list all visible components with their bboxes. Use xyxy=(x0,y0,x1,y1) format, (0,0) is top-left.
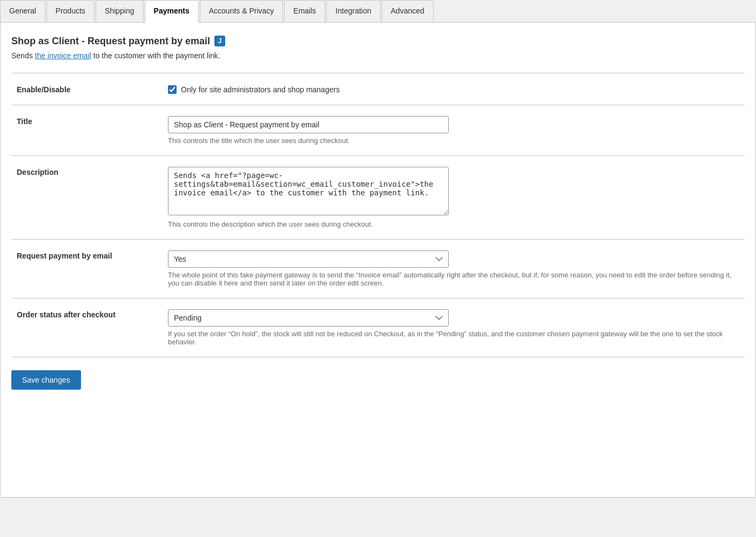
order-status-row: Order status after checkout Pending On h… xyxy=(11,298,745,357)
description-field: Sends <a href="?page=wc-settings&tab=ema… xyxy=(163,155,745,239)
section-title-row: Shop as Client - Request payment by emai… xyxy=(11,36,745,47)
order-status-description: If you set the order “On hold”, the stoc… xyxy=(168,330,739,346)
save-changes-button[interactable]: Save changes xyxy=(11,370,81,390)
title-input[interactable] xyxy=(168,116,449,133)
content-area: Shop as Client - Request payment by emai… xyxy=(0,23,756,498)
tab-shipping[interactable]: Shipping xyxy=(96,0,144,22)
section-title-text: Shop as Client - Request payment by emai… xyxy=(11,36,210,47)
enable-disable-checkbox[interactable] xyxy=(168,85,177,94)
tab-payments[interactable]: Payments xyxy=(145,0,199,23)
order-status-select[interactable]: Pending On hold Processing Completed xyxy=(168,309,449,327)
enable-disable-row: Enable/Disable Only for site administrat… xyxy=(11,73,745,105)
request-payment-description: The whole point of this fake payment gat… xyxy=(168,271,739,287)
enable-disable-checkbox-label: Only for site administrators and shop ma… xyxy=(181,85,340,94)
subtitle-post: to the customer with the payment link. xyxy=(91,51,220,60)
request-payment-select[interactable]: Yes No xyxy=(168,250,449,268)
enable-disable-label: Enable/Disable xyxy=(11,73,163,105)
tab-general[interactable]: General xyxy=(0,0,45,22)
title-row: Title This controls the title which the … xyxy=(11,105,745,155)
description-label: Description xyxy=(11,155,163,239)
section-subtitle: Sends the invoice email to the customer … xyxy=(11,51,745,60)
order-status-field: Pending On hold Processing Completed If … xyxy=(163,298,745,357)
description-row: Description Sends <a href="?page=wc-sett… xyxy=(11,155,745,239)
description-textarea[interactable]: Sends <a href="?page=wc-settings&tab=ema… xyxy=(168,167,449,215)
description-help: This controls the description which the … xyxy=(168,220,739,228)
request-payment-label: Request payment by email xyxy=(11,239,163,298)
tab-products[interactable]: Products xyxy=(46,0,94,22)
title-label: Title xyxy=(11,105,163,155)
page-wrapper: General Products Shipping Payments Accou… xyxy=(0,0,756,537)
title-field: This controls the title which the user s… xyxy=(163,105,745,155)
request-payment-field: Yes No The whole point of this fake paym… xyxy=(163,239,745,298)
title-description: This controls the title which the user s… xyxy=(168,137,739,145)
tabs-bar: General Products Shipping Payments Accou… xyxy=(0,0,756,23)
tab-emails[interactable]: Emails xyxy=(284,0,325,22)
info-icon[interactable]: J xyxy=(214,36,225,46)
invoice-email-link[interactable]: the invoice email xyxy=(35,51,91,60)
checkbox-row: Only for site administrators and shop ma… xyxy=(168,84,739,94)
request-payment-row: Request payment by email Yes No The whol… xyxy=(11,239,745,298)
settings-table: Enable/Disable Only for site administrat… xyxy=(11,73,745,357)
enable-disable-field: Only for site administrators and shop ma… xyxy=(163,73,745,105)
order-status-label: Order status after checkout xyxy=(11,298,163,357)
tab-integration[interactable]: Integration xyxy=(326,0,380,22)
tab-advanced[interactable]: Advanced xyxy=(382,0,434,22)
subtitle-pre: Sends xyxy=(11,51,35,60)
tab-accounts-privacy[interactable]: Accounts & Privacy xyxy=(200,0,284,22)
